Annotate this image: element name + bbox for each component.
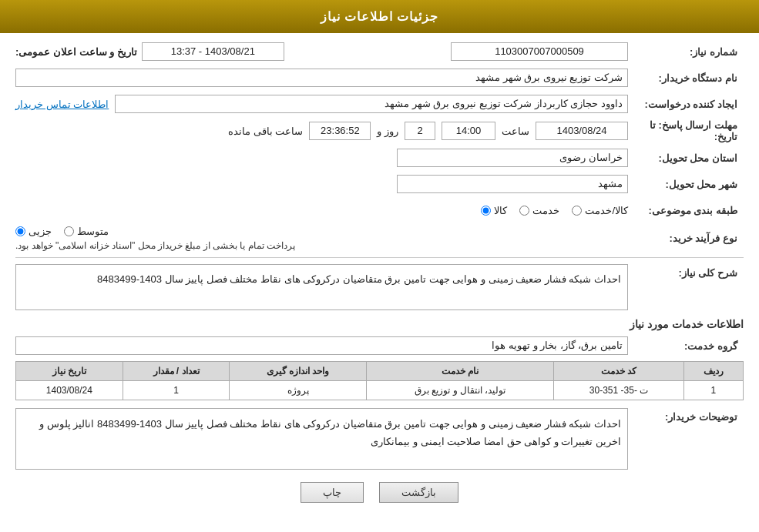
need-number-input: 1103007007000509 <box>451 42 628 61</box>
service-group-label: گروه خدمت: <box>628 340 744 352</box>
buyer-desc-row: توضیحات خریدار: احداث شبکه فشار ضعیف زمی… <box>15 408 744 470</box>
process-note: پرداخت تمام یا بخشی از مبلغ خریداز محل "… <box>15 240 295 251</box>
page-container: جزئیات اطلاعات نیاز شماره نیاز: 11030070… <box>0 0 759 532</box>
category-radio-group: کالا/خدمت خدمت کالا <box>481 205 628 216</box>
row-service-name: تولید، انتقال و توزیع برق <box>366 381 554 400</box>
need-desc-value-cell: احداث شبکه فشار ضعیف زمینی و هوایی جهت ت… <box>15 264 628 310</box>
creator-row: ایجاد کننده درخواست: داوود حجازی کاربردا… <box>15 93 744 115</box>
table-header-row: ردیف کد خدمت نام خدمت واحد اندازه گیری ت… <box>16 362 744 381</box>
city-row: شهر محل تحویل: مشهد <box>15 173 744 195</box>
reply-remaining-input: 23:36:52 <box>309 122 371 140</box>
category-radios: کالا/خدمت خدمت کالا <box>15 205 628 216</box>
col-code: کد خدمت <box>554 362 683 381</box>
page-title: جزئیات اطلاعات نیاز <box>321 10 439 23</box>
need-desc-label: شرح کلی نیاز: <box>628 264 744 279</box>
col-count: تعداد / مقدار <box>123 362 230 381</box>
reply-time-input: 14:00 <box>442 122 495 140</box>
table-row: 1 ت -35- 351-30 تولید، انتقال و توزیع بر… <box>16 381 744 400</box>
ann-date-label: تاریخ و ساعت اعلان عمومی: <box>15 46 137 58</box>
col-name: نام خدمت <box>366 362 554 381</box>
need-desc-box: احداث شبکه فشار ضعیف زمینی و هوایی جهت ت… <box>15 264 628 310</box>
need-number-value-cell: 1103007007000509 <box>300 42 628 61</box>
process-radio-jozi[interactable]: جزیی <box>15 226 52 237</box>
content-area: شماره نیاز: 1103007007000509 1403/08/21 … <box>0 33 759 523</box>
province-label: استان محل تحویل: <box>628 152 744 164</box>
col-index: ردیف <box>683 362 743 381</box>
province-input: خراسان رضوی <box>397 149 628 167</box>
buttons-row: بازگشت چاپ <box>15 482 744 503</box>
process-radio-group: متوسط جزیی <box>15 226 109 237</box>
buyer-desc-value-cell: احداث شبکه فشار ضعیف زمینی و هوایی جهت ت… <box>15 408 628 470</box>
creator-input: داوود حجازی کاربرداز شرکت توزیع نیروی بر… <box>115 95 628 113</box>
row-index: 1 <box>683 381 743 400</box>
process-radio-motavaset[interactable]: متوسط <box>64 226 109 237</box>
row-count: 1 <box>123 381 230 400</box>
reply-days-input: 2 <box>405 122 435 140</box>
need-number-label: شماره نیاز: <box>628 46 744 58</box>
buyer-org-label: نام دستگاه خریدار: <box>628 72 744 84</box>
category-row: طبقه بندی موضوعی: کالا/خدمت خدمت کالا <box>15 199 744 221</box>
page-header: جزئیات اطلاعات نیاز <box>0 0 759 33</box>
services-table: ردیف کد خدمت نام خدمت واحد اندازه گیری ت… <box>15 361 744 400</box>
category-radio-kala[interactable]: کالا <box>481 205 507 216</box>
process-row: نوع فرآیند خرید: متوسط جزیی پرداخت تمام … <box>15 226 744 251</box>
process-label: نوع فرآیند خرید: <box>628 233 744 244</box>
row-unit: پروژه <box>230 381 367 400</box>
buyer-org-row: نام دستگاه خریدار: شرکت توزیع نیروی برق … <box>15 67 744 89</box>
city-value-cell: مشهد <box>15 175 628 193</box>
buyer-desc-box: احداث شبکه فشار ضعیف زمینی و هوایی جهت ت… <box>15 408 628 470</box>
ann-date-input: 1403/08/21 - 13:37 <box>142 42 284 61</box>
service-group-value-cell: تامین برق، گاز، بخار و تهویه هوا <box>15 336 628 355</box>
need-number-row: شماره نیاز: 1103007007000509 1403/08/21 … <box>15 41 744 62</box>
service-group-input: تامین برق، گاز، بخار و تهویه هوا <box>15 336 628 355</box>
need-desc-row: شرح کلی نیاز: احداث شبکه فشار ضعیف زمینی… <box>15 264 744 310</box>
buyer-org-input: شرکت توزیع نیروی برق شهر مشهد <box>15 69 628 87</box>
buyer-org-value-cell: شرکت توزیع نیروی برق شهر مشهد <box>15 69 628 87</box>
reply-deadline-label: مهلت ارسال پاسخ: تا تاریخ: <box>628 119 744 142</box>
reply-days-label: روز و <box>377 125 398 137</box>
col-unit: واحد اندازه گیری <box>230 362 367 381</box>
col-date: تاریخ نیاز <box>16 362 123 381</box>
reply-time-label: ساعت <box>502 125 529 137</box>
reply-date-input: 1403/08/24 <box>536 122 628 140</box>
buyer-desc-label: توضیحات خریدار: <box>628 408 744 423</box>
city-label: شهر محل تحویل: <box>628 179 744 190</box>
category-radio-kala-khedmat[interactable]: کالا/خدمت <box>572 205 628 216</box>
reply-deadline-values: 1403/08/24 ساعت 14:00 2 روز و 23:36:52 س… <box>15 122 628 140</box>
back-button[interactable]: بازگشت <box>379 482 458 503</box>
province-value-cell: خراسان رضوی <box>15 149 628 167</box>
category-label: طبقه بندی موضوعی: <box>628 205 744 216</box>
services-section-title: اطلاعات خدمات مورد نیاز <box>15 318 744 330</box>
row-code: ت -35- 351-30 <box>554 381 683 400</box>
print-button[interactable]: چاپ <box>301 482 364 503</box>
separator-1 <box>15 257 744 258</box>
reply-deadline-row: مهلت ارسال پاسخ: تا تاریخ: 1403/08/24 سا… <box>15 119 744 142</box>
service-group-row: گروه خدمت: تامین برق، گاز، بخار و تهویه … <box>15 335 744 356</box>
ann-date-section: 1403/08/21 - 13:37 تاریخ و ساعت اعلان عم… <box>15 42 284 61</box>
province-row: استان محل تحویل: خراسان رضوی <box>15 147 744 169</box>
city-input: مشهد <box>397 175 628 193</box>
row-date: 1403/08/24 <box>16 381 123 400</box>
category-radio-khedmat[interactable]: خدمت <box>519 205 559 216</box>
reply-remaining-suffix: ساعت باقی مانده <box>228 125 303 137</box>
creator-value-cell: داوود حجازی کاربرداز شرکت توزیع نیروی بر… <box>15 95 628 113</box>
process-value-cell: متوسط جزیی پرداخت تمام یا بخشی از مبلغ خ… <box>15 226 628 251</box>
creator-contact-link[interactable]: اطلاعات تماس خریدار <box>15 99 109 110</box>
creator-label: ایجاد کننده درخواست: <box>628 99 744 110</box>
